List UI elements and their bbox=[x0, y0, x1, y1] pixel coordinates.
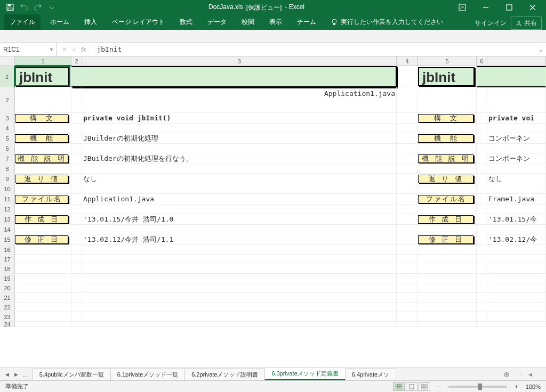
field-value[interactable]: コンポーネン bbox=[487, 153, 546, 164]
tab-review[interactable]: 校閲 bbox=[236, 14, 260, 30]
cell[interactable] bbox=[487, 245, 546, 255]
cell[interactable]: 返 り 値 bbox=[418, 174, 477, 184]
cell[interactable] bbox=[477, 153, 487, 164]
cell[interactable] bbox=[82, 264, 397, 274]
cell[interactable] bbox=[71, 144, 82, 153]
tab-insert[interactable]: 挿入 bbox=[79, 14, 102, 30]
row-header[interactable]: 15 bbox=[0, 234, 15, 245]
row-header[interactable]: 21 bbox=[0, 293, 15, 303]
cell[interactable] bbox=[397, 322, 418, 327]
cell[interactable] bbox=[418, 87, 477, 113]
cell[interactable] bbox=[397, 255, 418, 264]
cell[interactable]: 機 能 説 明 bbox=[418, 153, 477, 164]
cell[interactable] bbox=[477, 124, 487, 133]
cell[interactable] bbox=[82, 255, 397, 264]
col-header[interactable]: 5 bbox=[418, 56, 477, 66]
row-header[interactable]: 24 bbox=[0, 322, 15, 327]
save-button[interactable] bbox=[4, 2, 16, 13]
cell[interactable] bbox=[397, 225, 418, 234]
cell[interactable] bbox=[477, 133, 487, 144]
cell[interactable] bbox=[15, 144, 71, 153]
field-value[interactable]: JBuilderの初期化処理を行なう。 bbox=[82, 153, 397, 164]
zoom-level[interactable]: 100% bbox=[526, 383, 541, 390]
sheet-tab[interactable]: 6.3privateメソッド定義書 bbox=[264, 368, 345, 380]
cell[interactable] bbox=[397, 153, 418, 164]
tab-formulas[interactable]: 数式 bbox=[174, 14, 198, 30]
qat-customize-icon[interactable] bbox=[46, 2, 58, 13]
cell[interactable] bbox=[418, 205, 477, 214]
cell[interactable] bbox=[487, 205, 546, 214]
cell[interactable] bbox=[82, 293, 397, 303]
cell[interactable] bbox=[397, 184, 418, 194]
field-value[interactable]: Application1.java bbox=[82, 194, 397, 205]
cell[interactable] bbox=[397, 234, 418, 245]
cell[interactable] bbox=[15, 164, 71, 174]
row-header[interactable]: 13 bbox=[0, 214, 15, 225]
cell[interactable] bbox=[397, 312, 418, 322]
cell[interactable] bbox=[71, 124, 82, 133]
cell[interactable] bbox=[71, 174, 82, 184]
normal-view-button[interactable] bbox=[393, 382, 405, 391]
cell[interactable] bbox=[487, 312, 546, 322]
cell[interactable] bbox=[397, 205, 418, 214]
cell[interactable] bbox=[71, 303, 82, 312]
cell[interactable] bbox=[477, 255, 487, 264]
cell[interactable] bbox=[487, 124, 546, 133]
row-header[interactable]: 2 bbox=[0, 87, 15, 113]
cell[interactable] bbox=[82, 164, 397, 174]
cell[interactable] bbox=[15, 322, 71, 327]
cell-grid[interactable]: jbInitjbInitApplication1.java構 文private … bbox=[15, 66, 546, 327]
cell[interactable] bbox=[71, 234, 82, 245]
row-header[interactable]: 23 bbox=[0, 312, 15, 322]
share-button[interactable]: 共有 bbox=[511, 17, 542, 30]
cell[interactable] bbox=[477, 164, 487, 174]
cell[interactable] bbox=[477, 87, 487, 113]
cell[interactable] bbox=[15, 124, 71, 133]
col-header[interactable]: 3 bbox=[82, 56, 397, 66]
cell[interactable] bbox=[397, 144, 418, 153]
cell[interactable] bbox=[15, 205, 71, 214]
cell[interactable] bbox=[15, 312, 71, 322]
cell[interactable] bbox=[71, 184, 82, 194]
cell[interactable] bbox=[477, 234, 487, 245]
cell[interactable] bbox=[71, 312, 82, 322]
cell[interactable] bbox=[418, 264, 477, 274]
row-header[interactable]: 10 bbox=[0, 184, 15, 194]
cell[interactable] bbox=[71, 87, 82, 113]
field-value[interactable]: '13.02.12/今井 浩司/1.1 bbox=[82, 234, 397, 245]
cell[interactable] bbox=[487, 225, 546, 234]
cell[interactable] bbox=[71, 164, 82, 174]
cell[interactable] bbox=[397, 264, 418, 274]
cancel-formula-icon[interactable]: ✕ bbox=[62, 46, 67, 53]
cell[interactable] bbox=[418, 312, 477, 322]
cell[interactable]: ファイル名 bbox=[418, 194, 477, 205]
cell[interactable] bbox=[397, 303, 418, 312]
cell[interactable]: 構 文 bbox=[418, 113, 477, 124]
cell[interactable] bbox=[418, 274, 477, 283]
cell[interactable] bbox=[477, 245, 487, 255]
row-header[interactable]: 9 bbox=[0, 174, 15, 184]
cell[interactable] bbox=[477, 322, 487, 327]
sheet-tab[interactable]: 6.1privateメソッド一覧 bbox=[110, 369, 185, 380]
cell[interactable] bbox=[82, 225, 397, 234]
cell[interactable] bbox=[477, 283, 487, 293]
page-layout-view-button[interactable] bbox=[406, 382, 417, 391]
row-header[interactable]: 7 bbox=[0, 153, 15, 164]
cell[interactable] bbox=[71, 283, 82, 293]
cell[interactable] bbox=[418, 144, 477, 153]
col-header[interactable]: 6 bbox=[477, 56, 487, 66]
cell[interactable] bbox=[71, 274, 82, 283]
cell[interactable] bbox=[397, 245, 418, 255]
cell[interactable]: 修 正 日 bbox=[15, 234, 71, 245]
cell[interactable] bbox=[418, 124, 477, 133]
row-header[interactable]: 6 bbox=[0, 144, 15, 153]
cell[interactable]: 機 能 説 明 bbox=[15, 153, 71, 164]
cell[interactable]: 返 り 値 bbox=[15, 174, 71, 184]
cell[interactable] bbox=[477, 293, 487, 303]
cell[interactable] bbox=[477, 144, 487, 153]
tab-nav[interactable]: ◄ ► … bbox=[0, 371, 33, 378]
cell[interactable] bbox=[477, 264, 487, 274]
tab-team[interactable]: チーム bbox=[292, 14, 322, 30]
row-header[interactable]: 19 bbox=[0, 274, 15, 283]
cell[interactable] bbox=[82, 283, 397, 293]
